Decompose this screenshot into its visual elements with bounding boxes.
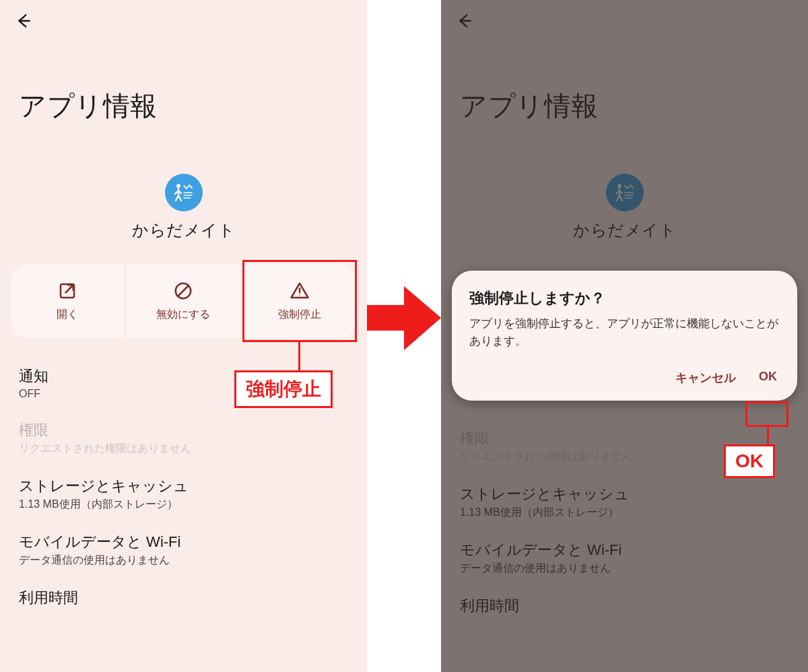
app-name: からだメイト — [0, 220, 367, 241]
disable-icon — [173, 281, 193, 304]
callout-ok: OK — [724, 444, 775, 478]
open-icon — [57, 281, 77, 304]
svg-point-3 — [299, 294, 300, 296]
screentime-title: 利用時間 — [19, 588, 348, 608]
storage-title: ストレージとキャッシュ — [19, 476, 348, 496]
disable-button[interactable]: 無効にする — [127, 264, 240, 338]
screen-app-info-right: アプリ情報 からだメイト 権限 リクエストされた権限はありません ストレージとキ… — [441, 0, 808, 672]
back-button[interactable] — [15, 12, 32, 32]
notifications-title: 通知 — [19, 366, 348, 387]
transition-gap — [367, 0, 441, 672]
list-item-screentime[interactable]: 利用時間 — [19, 588, 348, 608]
force-stop-dialog: 強制停止しますか？ アプリを強制停止すると、アプリが正常に機能しないことがありま… — [452, 271, 797, 401]
notifications-value: OFF — [19, 388, 348, 400]
dialog-title: 強制停止しますか？ — [469, 288, 780, 308]
disable-label: 無効にする — [156, 308, 210, 322]
mobiledata-value: データ通信の使用はありません — [19, 553, 348, 568]
dialog-body: アプリを強制停止すると、アプリが正常に機能しないことがあります。 — [469, 315, 780, 351]
svg-marker-4 — [367, 286, 441, 350]
cancel-button[interactable]: キャンセル — [673, 366, 739, 390]
app-icon — [165, 174, 203, 211]
list-item-permissions: 権限 リクエストされた権限はありません — [19, 420, 348, 456]
arrow-right-icon — [367, 286, 441, 353]
open-button[interactable]: 開く — [11, 264, 124, 338]
warning-icon — [290, 281, 310, 304]
list-item-mobiledata[interactable]: モバイルデータと Wi-Fi データ通信の使用はありません — [19, 532, 348, 568]
svg-point-0 — [176, 184, 180, 188]
open-label: 開く — [57, 308, 78, 322]
connector-line — [767, 426, 769, 446]
mobiledata-title: モバイルデータと Wi-Fi — [19, 532, 348, 552]
screen-app-info-left: アプリ情報 からだメイト 開く 無効にする — [0, 0, 367, 672]
list-item-notifications[interactable]: 通知 OFF — [19, 366, 348, 400]
action-row: 開く 無効にする 強制停止 — [11, 264, 356, 338]
force-stop-button[interactable]: 強制停止 — [243, 264, 356, 338]
permissions-value: リクエストされた権限はありません — [19, 442, 348, 456]
ok-button[interactable]: OK — [756, 366, 780, 390]
storage-value: 1.13 MB使用（内部ストレージ） — [19, 498, 348, 512]
permissions-title: 権限 — [19, 420, 348, 440]
force-stop-label: 強制停止 — [278, 308, 321, 322]
list-item-storage[interactable]: ストレージとキャッシュ 1.13 MB使用（内部ストレージ） — [19, 476, 348, 512]
page-title: アプリ情報 — [19, 88, 158, 125]
